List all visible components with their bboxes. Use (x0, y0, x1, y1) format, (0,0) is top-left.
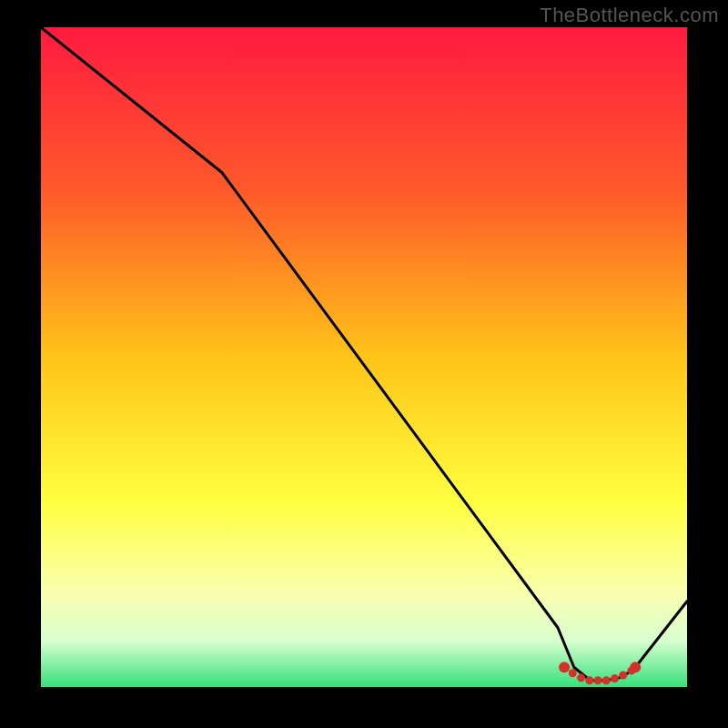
point-optimal-range (602, 676, 611, 684)
point-optimal-range (585, 676, 593, 684)
point-optimal-range (611, 674, 619, 682)
point-optimal-range (577, 673, 585, 682)
point-optimal-range (594, 676, 602, 684)
point-optimal-range (559, 662, 570, 672)
chart-background (41, 27, 687, 687)
point-optimal-range (630, 662, 641, 672)
chart-area (41, 27, 687, 687)
point-optimal-range (569, 669, 577, 677)
chart-svg (41, 27, 687, 687)
watermark-text: TheBottleneck.com (540, 4, 719, 27)
point-optimal-range (619, 671, 627, 679)
